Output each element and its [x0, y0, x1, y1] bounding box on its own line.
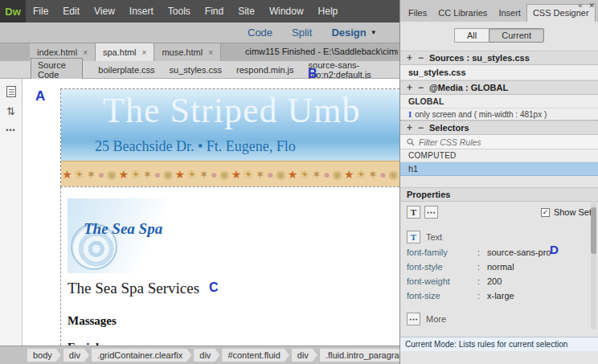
text-section-label: Text — [426, 232, 442, 242]
filter-css-rules-input[interactable] — [419, 137, 539, 147]
split-view-button[interactable]: Split — [292, 27, 312, 39]
code-view-button[interactable]: Code — [248, 27, 272, 39]
properties-section-header[interactable]: Properties — [400, 187, 598, 202]
related-file-su-styles[interactable]: su_styles.css — [162, 63, 229, 76]
starfish-icon: ★ — [62, 168, 72, 181]
selectors-section-header[interactable]: + − Selectors — [400, 121, 598, 135]
more-section-icon: ⋯ — [407, 313, 420, 325]
panel-tab-insert[interactable]: Insert — [493, 5, 526, 22]
property-row-font-weight[interactable]: font-weight : 200 — [400, 274, 598, 288]
add-selector-icon[interactable]: + — [407, 123, 412, 133]
close-tab-icon[interactable]: × — [142, 48, 147, 57]
colon: : — [477, 262, 487, 272]
tag-content-fluid[interactable]: #content.fluid — [222, 349, 289, 362]
media-section-header[interactable]: + − @Media : GLOBAL — [400, 80, 598, 95]
close-panel-icon[interactable]: ✕ — [588, 2, 595, 10]
close-tab-icon[interactable]: × — [83, 48, 88, 57]
file-sync-icon[interactable]: ⇅ — [0, 101, 22, 121]
add-media-icon[interactable]: + — [407, 83, 412, 92]
clam-shell-icon: ◉ — [163, 168, 173, 181]
design-view-label: Design — [331, 27, 366, 39]
sand-dollar-icon: ✶ — [86, 168, 96, 181]
property-row-font-family[interactable]: font-family : source-sans-pro — [400, 245, 598, 260]
property-value[interactable]: source-sans-pro — [487, 247, 551, 257]
tag-gridcontainer[interactable]: .gridContainer.clearfix — [92, 349, 191, 362]
show-set-checkbox[interactable]: ✓ — [541, 208, 550, 217]
menu-window[interactable]: Window — [262, 0, 311, 22]
add-source-icon[interactable]: + — [407, 53, 412, 63]
remove-media-icon[interactable]: − — [418, 83, 424, 92]
property-row-font-style[interactable]: font-style : normal — [400, 260, 598, 274]
source-code-button[interactable]: Source Code — [31, 58, 83, 82]
property-value[interactable]: 200 — [487, 276, 502, 286]
scallop-shell-icon: ☀ — [300, 168, 310, 181]
sea-spa-logo-image[interactable]: The Sea Spa — [68, 198, 169, 273]
media-item-query[interactable]: I only screen and ( min-width : 481px ) — [400, 108, 598, 121]
tag-div-1[interactable]: div — [63, 349, 89, 362]
current-button[interactable]: Current — [489, 28, 544, 43]
menu-insert[interactable]: Insert — [122, 0, 161, 22]
more-category-icon[interactable]: ⋯ — [424, 206, 438, 219]
selector-item-label: COMPUTED — [408, 151, 457, 160]
callout-letter-c: C — [209, 280, 219, 295]
text-category-icon[interactable]: T — [407, 206, 420, 219]
property-value[interactable]: normal — [487, 262, 514, 272]
services-heading[interactable]: The Sea Spa Services — [68, 280, 199, 297]
tab-spa-html[interactable]: spa.html × — [96, 43, 154, 61]
menu-find[interactable]: Find — [198, 0, 231, 22]
remove-selector-icon[interactable]: − — [418, 123, 424, 133]
property-row-font-size[interactable]: font-size : x-large — [400, 288, 598, 303]
menu-help[interactable]: Help — [311, 0, 346, 22]
source-item-su-styles[interactable]: su_styles.css — [400, 65, 598, 80]
design-view-button[interactable]: Design ▼ — [331, 27, 376, 39]
panel-tab-files[interactable]: Files — [403, 5, 432, 22]
tag-body[interactable]: body — [27, 349, 61, 362]
service-item-massages[interactable]: Massages — [68, 314, 117, 328]
related-file-boilerplate[interactable]: boilerplate.css — [91, 63, 162, 76]
design-view-canvas[interactable]: A The Striped Umb 25 Beachside Dr. • Ft.… — [23, 79, 399, 346]
sea-spa-logo-text: The Sea Spa — [84, 220, 162, 238]
menu-file[interactable]: File — [26, 0, 55, 22]
check-icon: ✓ — [543, 208, 549, 216]
tab-muse-html[interactable]: muse.html × — [154, 43, 221, 61]
current-mode-status: Current Mode: Lists rules for current se… — [405, 340, 567, 349]
menu-view[interactable]: View — [87, 0, 122, 22]
menu-site[interactable]: Site — [231, 0, 262, 22]
sources-section-header[interactable]: + − Sources : su_styles.css — [400, 51, 598, 65]
shell-border[interactable]: ★☀✶●◉★☀✶●◉★☀✶●◉★☀✶●◉★☀✶●◉★☀✶●◉ — [61, 161, 399, 186]
property-name: font-style — [407, 262, 477, 272]
selector-item-computed[interactable]: COMPUTED — [400, 149, 598, 162]
text-properties-section: T Text — [400, 229, 598, 245]
design-dropdown-caret-icon[interactable]: ▼ — [371, 29, 377, 36]
panel-tab-cc-libraries[interactable]: CC Libraries — [432, 5, 493, 22]
selector-filter-row — [400, 135, 598, 149]
scallop-shell-icon: ☀ — [356, 168, 367, 181]
menu-tools[interactable]: Tools — [161, 0, 198, 22]
clam-shell-icon: ◉ — [219, 168, 229, 181]
site-title-text[interactable]: The Striped Umb — [103, 90, 361, 131]
panel-scrollbar[interactable] — [591, 201, 596, 329]
menu-edit[interactable]: Edit — [55, 0, 87, 22]
selectors-header-label: Selectors — [429, 123, 469, 133]
close-tab-icon[interactable]: × — [208, 48, 213, 57]
conch-shell-icon: ● — [267, 168, 273, 181]
all-button[interactable]: All — [454, 28, 489, 43]
collapse-panels-icon[interactable]: « — [578, 2, 582, 10]
related-file-respond[interactable]: respond.min.js — [229, 63, 301, 76]
property-value[interactable]: x-large — [487, 291, 514, 301]
remove-source-icon[interactable]: − — [418, 53, 424, 63]
tag-div-2[interactable]: div — [194, 349, 219, 362]
properties-header-label: Properties — [407, 190, 450, 199]
open-documents-icon[interactable] — [0, 82, 22, 101]
site-header-banner[interactable]: The Striped Umb 25 Beachside Dr. • Ft. E… — [61, 89, 399, 161]
selector-item-h1-selected[interactable]: h1 — [400, 162, 598, 176]
scrollbar-thumb[interactable] — [591, 207, 596, 254]
callout-letter-d: D — [550, 243, 559, 256]
media-item-global[interactable]: GLOBAL — [400, 95, 598, 108]
more-options-icon[interactable]: ••• — [0, 121, 22, 140]
tag-div-3[interactable]: div — [292, 349, 317, 362]
related-files-bar: Source Code boilerplate.css su_styles.cs… — [0, 61, 399, 79]
tab-label: spa.html — [103, 47, 137, 57]
site-address-text[interactable]: 25 Beachside Dr. • Ft. Eugene, Flo — [95, 138, 296, 155]
conch-shell-icon: ● — [98, 168, 104, 181]
